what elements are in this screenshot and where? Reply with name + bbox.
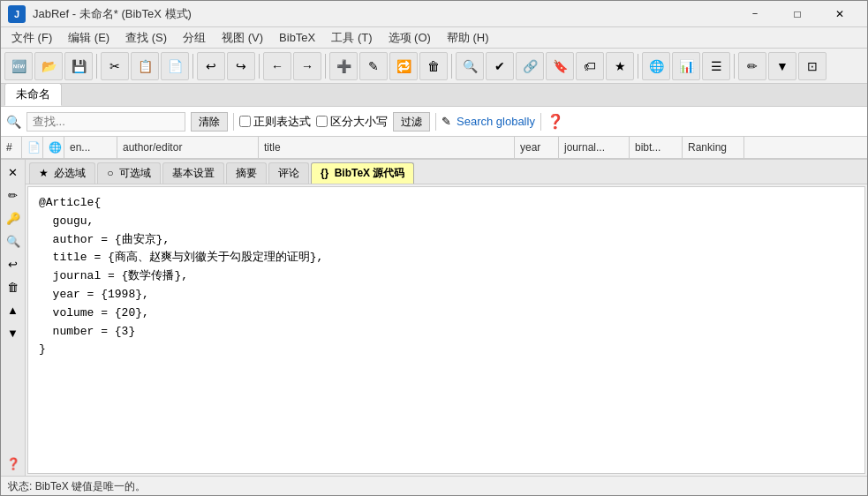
sidebar-down-icon[interactable]: ▼ (3, 322, 24, 343)
title-bar: J JabRef - 未命名* (BibTeX 模式) － □ ✕ (1, 1, 867, 27)
sidebar-edit-icon[interactable]: ✏ (3, 184, 24, 206)
toolbar-cut-button[interactable]: ✂ (101, 52, 129, 80)
menu-item-tools[interactable]: 工具 (T) (324, 28, 379, 48)
title-text: JabRef - 未命名* (BibTeX 模式) (33, 6, 192, 22)
toolbar-find-button[interactable]: 🔍 (456, 52, 484, 80)
table-header-bibt---[interactable]: bibt... (630, 137, 683, 158)
toolbar-tag-button[interactable]: 🏷 (576, 52, 604, 80)
entry-tab-required[interactable]: ★ 必选域 (29, 162, 95, 184)
regex-checkbox[interactable] (239, 116, 251, 127)
toolbar-dropdown-button[interactable]: ▼ (768, 52, 796, 80)
menu-item-group[interactable]: 分组 (176, 28, 213, 48)
sidebar-help-icon[interactable]: ❓ (3, 453, 24, 474)
toolbar-paste-button[interactable]: 📄 (161, 52, 189, 80)
status-text: 状态: BibTeX 键值是唯一的。 (8, 479, 146, 494)
toolbar-redo-button[interactable]: ↪ (227, 52, 255, 80)
entry-tab-abstract[interactable]: 摘要 (226, 162, 267, 184)
menu-bar: 文件 (F)编辑 (E)查找 (S)分组视图 (V)BibTeX工具 (T)选项… (1, 27, 867, 49)
bibtex-line: author = {曲安京}, (39, 231, 854, 250)
toolbar-new-entry-button[interactable]: ➕ (329, 52, 358, 80)
menu-item-options[interactable]: 选项 (O) (381, 28, 438, 48)
table-header-en---[interactable]: en... (64, 137, 117, 158)
table-header---[interactable]: 📄 (22, 137, 43, 158)
tab-optional-icon: ○ (107, 167, 117, 179)
db-tab-bar: 未命名 (1, 84, 867, 107)
main-content: ✕✏🔑🔍↩🗑▲▼❓ ★ 必选域○ 可选域基本设置摘要评论{} BibTeX 源代… (1, 160, 867, 476)
search-input[interactable] (26, 112, 185, 132)
sidebar-close-icon[interactable]: ✕ (3, 162, 24, 183)
toolbar-star-button[interactable]: ★ (606, 52, 634, 80)
tab-required-label: 必选域 (54, 167, 86, 179)
table-header---[interactable]: 🌐 (43, 137, 64, 158)
app-icon: J (8, 5, 26, 23)
db-tab-unnamed[interactable]: 未命名 (4, 83, 62, 106)
sidebar-delete-icon[interactable]: 🗑 (3, 276, 24, 297)
tab-bibtex-source-label: BibTeX 源代码 (335, 167, 405, 179)
bibtex-line: gougu, (39, 213, 854, 231)
menu-item-view[interactable]: 视图 (V) (215, 28, 270, 48)
clear-button[interactable]: 清除 (191, 112, 228, 132)
entry-tab-general[interactable]: 基本设置 (162, 162, 224, 184)
toolbar: 🆕📂💾✂📋📄↩↪←→➕✎🔁🗑🔍✔🔗🔖🏷★🌐📊☰✏▼⊡ (1, 49, 867, 84)
case-checkbox-label: 区分大小写 (316, 114, 388, 130)
toolbar-undo-button[interactable]: ↩ (197, 52, 225, 80)
toolbar-edit-button[interactable]: ✎ (359, 52, 388, 80)
toolbar-bookmark-button[interactable]: 🔖 (546, 52, 574, 80)
toolbar-new-db-button[interactable]: 🆕 (4, 52, 33, 80)
help-icon[interactable]: ❓ (547, 113, 564, 130)
bibtex-source[interactable]: @Article{ gougu, author = {曲安京}, title =… (27, 186, 865, 474)
toolbar-link-button[interactable]: 🔗 (516, 52, 544, 80)
toolbar-open-button[interactable]: 📂 (34, 52, 63, 80)
maximize-button[interactable]: □ (777, 1, 818, 27)
toolbar-pencil-button[interactable]: ✏ (738, 52, 766, 80)
table-header-author-editor[interactable]: author/editor (117, 137, 259, 158)
toolbar-refresh-button[interactable]: 🔁 (389, 52, 418, 80)
entry-tab-review[interactable]: 评论 (268, 162, 309, 184)
toolbar-separator (451, 54, 452, 79)
search-globally-link[interactable]: Search globally (457, 115, 535, 128)
case-checkbox[interactable] (316, 116, 328, 127)
menu-item-help[interactable]: 帮助 (H) (440, 28, 496, 48)
menu-item-bibtex[interactable]: BibTeX (272, 29, 322, 46)
table-header-title[interactable]: title (259, 137, 515, 158)
table-header-journal---[interactable]: journal... (559, 137, 630, 158)
toolbar-web-button[interactable]: 🌐 (642, 52, 670, 80)
toolbar-save-button[interactable]: 💾 (64, 52, 93, 80)
toolbar-stats-button[interactable]: 📊 (672, 52, 700, 80)
sidebar-up-icon[interactable]: ▲ (3, 299, 24, 320)
bibtex-line: journal = {数学传播}, (39, 267, 854, 286)
tab-general-label: 基本设置 (172, 167, 215, 179)
table-header-year[interactable]: year (515, 137, 559, 158)
entry-tab-bibtex-source[interactable]: {} BibTeX 源代码 (311, 162, 414, 184)
status-bar: 状态: BibTeX 键值是唯一的。 (1, 476, 867, 496)
menu-item-edit[interactable]: 编辑 (E) (61, 28, 117, 48)
toolbar-back-button[interactable]: ← (263, 52, 291, 80)
sidebar-key-icon[interactable]: 🔑 (3, 207, 24, 229)
table-header-ranking[interactable]: Ranking (683, 137, 744, 158)
title-bar-left: J JabRef - 未命名* (BibTeX 模式) (8, 5, 192, 23)
toolbar-separator (325, 54, 326, 79)
toolbar-copy-button[interactable]: 📋 (131, 52, 159, 80)
search-icon: 🔍 (6, 115, 21, 129)
toolbar-grid-button[interactable]: ⊡ (798, 52, 826, 80)
table-header--[interactable]: # (1, 137, 22, 158)
tab-optional-label: 可选域 (119, 167, 151, 179)
entry-panel: ★ 必选域○ 可选域基本设置摘要评论{} BibTeX 源代码 @Article… (26, 160, 867, 476)
toolbar-separator (96, 54, 97, 79)
edit-icon-search: ✎ (442, 115, 451, 128)
filter-button[interactable]: 过滤 (393, 112, 430, 132)
close-button[interactable]: ✕ (819, 1, 860, 27)
sidebar-search-icon[interactable]: 🔍 (3, 230, 24, 252)
menu-item-search[interactable]: 查找 (S) (118, 28, 174, 48)
bibtex-line: @Article{ (39, 194, 854, 213)
regex-checkbox-label: 正则表达式 (239, 114, 311, 130)
toolbar-list-button[interactable]: ☰ (702, 52, 730, 80)
menu-item-file[interactable]: 文件 (F) (4, 28, 59, 48)
toolbar-delete-button[interactable]: 🗑 (419, 52, 448, 80)
entry-tabs: ★ 必选域○ 可选域基本设置摘要评论{} BibTeX 源代码 (26, 160, 867, 184)
toolbar-forward-button[interactable]: → (293, 52, 321, 80)
minimize-button[interactable]: － (735, 1, 775, 27)
entry-tab-optional[interactable]: ○ 可选域 (97, 162, 161, 184)
toolbar-check-button[interactable]: ✔ (486, 52, 514, 80)
sidebar-back-icon[interactable]: ↩ (3, 253, 24, 274)
